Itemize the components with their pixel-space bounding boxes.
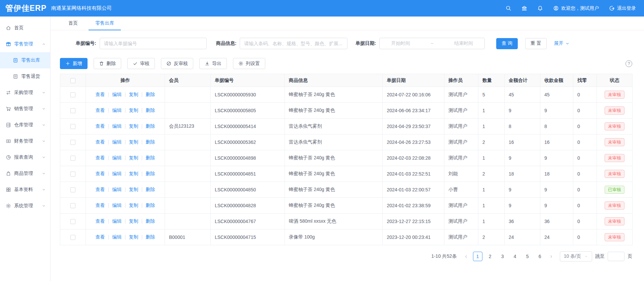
copy-link[interactable]: 复制	[129, 187, 138, 192]
copy-link[interactable]: 复制	[129, 171, 138, 176]
jump-page-input[interactable]	[608, 252, 624, 261]
bank-icon[interactable]	[521, 5, 527, 11]
view-link[interactable]: 查看	[96, 234, 105, 240]
delete-link[interactable]: 删除	[145, 92, 155, 97]
copy-link[interactable]: 复制	[129, 123, 138, 129]
column-header-bill-no: 单据编号	[211, 74, 285, 87]
delete-link[interactable]: 删除	[145, 218, 155, 224]
delete-link[interactable]: 删除	[145, 155, 155, 160]
audit-button[interactable]: 审核	[127, 58, 155, 69]
copy-link[interactable]: 复制	[129, 139, 138, 145]
view-link[interactable]: 查看	[96, 92, 105, 97]
edit-link[interactable]: 编辑	[112, 187, 122, 192]
sidebar-item-warehouse-management[interactable]: 仓库管理	[0, 117, 50, 133]
next-page-button[interactable]	[548, 252, 555, 261]
sidebar-item-purchase-management[interactable]: 采购管理	[0, 85, 50, 101]
product-info-input[interactable]	[240, 38, 347, 49]
column-settings-button[interactable]: 列设置	[233, 58, 265, 69]
page-button-2[interactable]: 2	[485, 252, 495, 261]
bill-no-input[interactable]	[100, 38, 207, 49]
edit-link[interactable]: 编辑	[112, 139, 122, 145]
delete-link[interactable]: 删除	[145, 234, 155, 240]
delete-link[interactable]: 删除	[145, 187, 155, 192]
row-checkbox[interactable]	[70, 92, 75, 97]
copy-link[interactable]: 复制	[129, 92, 138, 97]
bell-icon[interactable]	[537, 5, 543, 11]
row-checkbox[interactable]	[70, 156, 75, 161]
sidebar-item-retail-outbound[interactable]: 零售出库	[0, 52, 50, 68]
row-checkbox[interactable]	[70, 108, 75, 113]
copy-link[interactable]: 复制	[129, 155, 138, 160]
view-link[interactable]: 查看	[96, 155, 105, 160]
delete-link[interactable]: 删除	[145, 202, 155, 208]
prev-page-button[interactable]	[463, 252, 470, 261]
delete-link[interactable]: 删除	[145, 139, 155, 145]
page-button-1[interactable]: 1	[473, 252, 482, 261]
reset-button[interactable]: 重 置	[525, 38, 547, 49]
row-checkbox[interactable]	[70, 171, 75, 177]
delete-link[interactable]: 删除	[145, 171, 155, 176]
copy-link[interactable]: 复制	[129, 107, 138, 113]
view-link[interactable]: 查看	[96, 139, 105, 145]
expand-button[interactable]: 展开	[554, 40, 570, 46]
help-icon[interactable]: ?	[625, 60, 632, 67]
search-button[interactable]: 查 询	[496, 38, 518, 49]
check-icon	[133, 61, 138, 66]
edit-link[interactable]: 编辑	[112, 123, 122, 129]
sidebar-item-finance-management[interactable]: 财务管理	[0, 133, 50, 149]
copy-link[interactable]: 复制	[129, 218, 138, 224]
page-button-4[interactable]: 4	[510, 252, 520, 261]
select-all-checkbox[interactable]	[70, 78, 75, 83]
tab-retail-outbound[interactable]: 零售出库	[89, 17, 121, 30]
row-checkbox[interactable]	[70, 203, 75, 208]
product-cell: 雷达杀虫气雾剂	[285, 134, 383, 150]
sidebar-item-retail-management[interactable]: 零售管理	[0, 36, 50, 52]
sidebar-item-basic-data[interactable]: 基本资料	[0, 182, 50, 198]
page-button-6[interactable]: 6	[535, 252, 545, 261]
delete-link[interactable]: 删除	[145, 123, 155, 129]
delete-link[interactable]: 删除	[145, 107, 155, 113]
view-link[interactable]: 查看	[96, 187, 105, 192]
sidebar-item-label: 系统管理	[14, 203, 33, 209]
page-button-5[interactable]: 5	[523, 252, 532, 261]
view-link[interactable]: 查看	[96, 171, 105, 176]
view-link[interactable]: 查看	[96, 107, 105, 113]
edit-link[interactable]: 编辑	[112, 155, 122, 160]
delete-button[interactable]: 删除	[94, 58, 121, 69]
sidebar-item-sales-management[interactable]: 销售管理	[0, 101, 50, 117]
date-separator: ~	[431, 41, 433, 46]
row-checkbox[interactable]	[70, 219, 75, 224]
copy-link[interactable]: 复制	[129, 202, 138, 208]
tab-home[interactable]: 首页	[62, 17, 84, 30]
date-range-picker[interactable]: 开始时间 ~ 结束时间	[379, 38, 485, 49]
sidebar-item-report-query[interactable]: 报表查询	[0, 149, 50, 165]
edit-link[interactable]: 编辑	[112, 202, 122, 208]
view-link[interactable]: 查看	[96, 218, 105, 224]
search-icon[interactable]	[506, 5, 511, 11]
row-checkbox[interactable]	[70, 235, 75, 240]
add-button[interactable]: 新增	[60, 58, 88, 69]
welcome-user[interactable]: 欢迎您，测试用户	[553, 5, 599, 11]
edit-link[interactable]: 编辑	[112, 218, 122, 224]
sidebar-item-system-management[interactable]: 系统管理	[0, 198, 50, 214]
view-link[interactable]: 查看	[96, 123, 105, 129]
row-checkbox[interactable]	[70, 140, 75, 145]
edit-link[interactable]: 编辑	[112, 92, 122, 97]
copy-link[interactable]: 复制	[129, 234, 138, 240]
page-button-3[interactable]: 3	[498, 252, 507, 261]
view-link[interactable]: 查看	[96, 202, 105, 208]
edit-link[interactable]: 编辑	[112, 171, 122, 176]
page-size-select[interactable]: 10 条/页	[560, 251, 592, 261]
row-checkbox[interactable]	[70, 187, 75, 192]
sidebar-item-home[interactable]: 首页	[0, 20, 50, 36]
company-name: 南通某某网络科技有限公司	[51, 5, 112, 11]
sidebar-item-product-management[interactable]: 商品管理	[0, 165, 50, 182]
unaudit-button[interactable]: 反审核	[161, 58, 193, 69]
row-checkbox[interactable]	[70, 124, 75, 129]
edit-link[interactable]: 编辑	[112, 234, 122, 240]
edit-link[interactable]: 编辑	[112, 107, 122, 113]
export-button[interactable]: 导出	[199, 58, 227, 69]
chevron-down-icon	[584, 254, 588, 258]
sidebar-item-retail-returns[interactable]: 零售退货	[0, 68, 50, 85]
logout-button[interactable]: 退出登录	[609, 5, 636, 11]
